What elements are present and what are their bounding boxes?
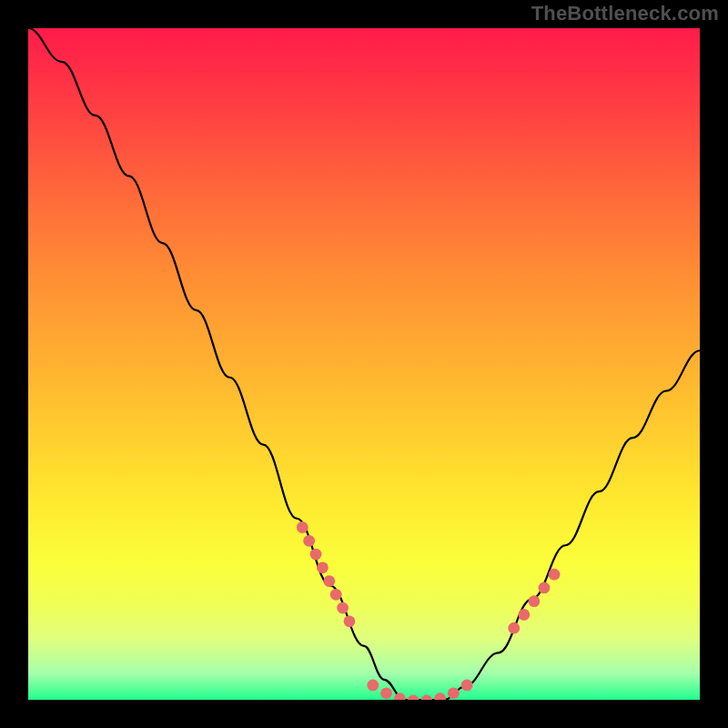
dot [317, 561, 329, 573]
plot-area [28, 28, 700, 700]
dot [330, 589, 342, 601]
highlight-dots-right [508, 569, 560, 634]
highlight-dots-bottom [367, 680, 472, 700]
dot [310, 549, 322, 561]
dot [508, 622, 520, 634]
dot [408, 695, 420, 700]
dot [539, 582, 551, 594]
dot [380, 687, 392, 699]
dot [297, 521, 308, 533]
dot [337, 602, 349, 614]
highlight-dots-left [297, 521, 355, 627]
watermark-text: TheBottleneck.com [531, 2, 719, 25]
bottleneck-curve [28, 28, 700, 700]
dot [518, 609, 530, 621]
dot [529, 595, 541, 607]
dot [448, 687, 460, 699]
bottleneck-curve-svg [28, 28, 700, 700]
chart-frame: TheBottleneck.com [0, 0, 728, 728]
dot [549, 569, 561, 581]
dot [461, 680, 473, 692]
dot [323, 575, 335, 587]
dot [434, 693, 446, 700]
dot [344, 615, 356, 627]
dot [303, 535, 315, 547]
dot [420, 695, 432, 700]
dot [367, 680, 379, 692]
